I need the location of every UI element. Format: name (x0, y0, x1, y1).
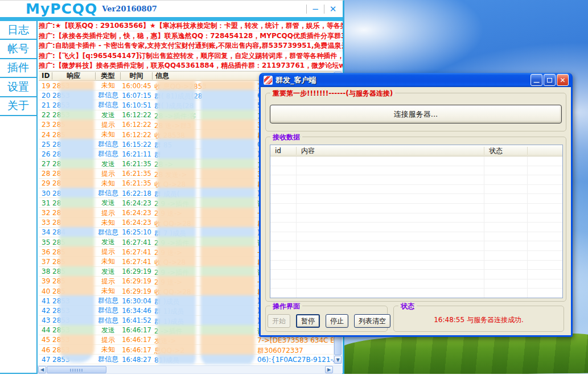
wallpaper-grass (344, 334, 588, 374)
promo-banner-list: 推广:★【联系QQ：291063566】★【寒冰科技承接定制：卡盟，转发，统计，… (39, 21, 343, 71)
promo-line: 推广:【飞火】[q:965454147]订制出售监控转发，顺序回复，自定义踢转词… (39, 51, 343, 61)
dialog-titlebar[interactable]: 群发_客户端 — ✕ (261, 73, 571, 87)
sidebar-item-日志[interactable]: 日志 (0, 21, 36, 40)
lv-empty-row (270, 289, 562, 298)
column-header-3[interactable]: 时间 (121, 72, 153, 80)
lv-column-header-1[interactable]: 内容 (297, 147, 484, 155)
minimize-icon[interactable]: − (310, 4, 320, 14)
operations-group-caption: 操作界面 (270, 302, 302, 311)
column-header-1[interactable]: 响应 (52, 72, 96, 80)
lv-empty-row (270, 279, 562, 289)
status-message: 16:48:55 与服务器连接成功. (394, 315, 564, 325)
divider (306, 5, 307, 14)
lv-empty-row (270, 166, 562, 176)
lv-empty-row (270, 251, 562, 261)
receive-listview[interactable]: id内容状态 (270, 145, 563, 298)
app-title: MyPCQQ (26, 1, 97, 17)
divider (324, 5, 324, 14)
lv-empty-row (270, 232, 562, 242)
column-header-0[interactable]: ID (39, 72, 52, 80)
scrollbar-corner (334, 366, 343, 373)
lv-column-header-3[interactable] (528, 147, 562, 155)
lv-empty-row (270, 175, 562, 185)
dialog-window: 群发_客户端 — ✕ 重要第一步!!!!!!!------(与服务器连接) 连接… (259, 73, 573, 337)
列表清空-button[interactable]: 列表清空 (354, 314, 390, 328)
horizontal-scrollbar[interactable]: ◀ ▶ (38, 365, 342, 374)
lv-empty-row (270, 261, 562, 270)
dialog-title: 群发_客户端 (276, 75, 316, 85)
dialog-maximize-button[interactable] (544, 74, 556, 86)
privacy-blur-stripe (157, 80, 196, 372)
dialog-close-button[interactable]: ✕ (557, 74, 569, 86)
scrollbar-grip (70, 369, 83, 372)
receive-data-group: 接收数据 id内容状态 (265, 137, 566, 302)
desktop: MyPCQQ Ver20160807 − ✕ 日志帐号插件设置关于 推广:★【联… (0, 0, 588, 387)
maximize-icon (547, 78, 552, 83)
privacy-blur-stripe (200, 80, 255, 368)
lv-column-header-0[interactable]: id (270, 147, 297, 155)
close-icon[interactable]: ✕ (328, 4, 338, 14)
sidebar-item-设置[interactable]: 设置 (0, 78, 36, 97)
promo-line: 推广:★【联系QQ：291063566】★【寒冰科技承接定制：卡盟，转发，统计，… (39, 21, 343, 31)
close-icon: ✕ (560, 76, 565, 84)
开始-button: 开始 (268, 314, 290, 328)
lv-empty-row (270, 223, 562, 232)
promo-line: 推广:自助提卡插件 - 卡密出售专家,支持支付宝财付通到账,不限出售内容,群53… (39, 41, 343, 51)
scroll-left-icon[interactable]: ◀ (38, 366, 46, 373)
lv-empty-row (270, 270, 562, 279)
lv-empty-row (270, 157, 562, 166)
status-group: 状态 16:48:55 与服务器连接成功. (393, 306, 564, 332)
connect-group: 重要第一步!!!!!!!------(与服务器连接) 连接服务器... (265, 93, 566, 131)
operations-group: 操作界面 开始暂停停止列表清空 (265, 306, 388, 332)
privacy-blur-stripe (59, 80, 94, 363)
暂停-button[interactable]: 暂停 (296, 314, 320, 328)
horizontal-scrollbar-thumb[interactable] (47, 366, 106, 373)
sidebar: 日志帐号插件设置关于 (0, 21, 36, 116)
lv-empty-row (270, 204, 562, 213)
lv-empty-row (270, 185, 562, 195)
receive-group-caption: 接收数据 (270, 133, 302, 142)
停止-button[interactable]: 停止 (326, 314, 348, 328)
status-group-caption: 状态 (398, 302, 417, 311)
lv-column-header-2[interactable]: 状态 (484, 147, 528, 155)
accent-bar (0, 17, 343, 21)
connect-group-caption: 重要第一步!!!!!!!------(与服务器连接) (270, 89, 395, 98)
main-titlebar: MyPCQQ Ver20160807 − ✕ (0, 1, 343, 17)
connect-server-button[interactable]: 连接服务器... (270, 105, 562, 123)
sidebar-item-关于[interactable]: 关于 (0, 97, 36, 116)
scroll-down-icon[interactable]: ▼ (334, 356, 342, 364)
sidebar-item-插件[interactable]: 插件 (0, 59, 36, 78)
lv-empty-row (270, 241, 562, 251)
receive-listview-header: id内容状态 (270, 145, 562, 157)
minimize-icon: — (533, 79, 540, 86)
column-header-2[interactable]: 类型 (96, 72, 121, 80)
dialog-minimize-button[interactable]: — (531, 74, 542, 86)
dialog-app-icon (264, 76, 273, 85)
receive-listview-body (270, 157, 562, 298)
app-version: Ver20160807 (102, 5, 157, 13)
sidebar-item-帐号[interactable]: 帐号 (0, 40, 36, 59)
dialog-body: 重要第一步!!!!!!!------(与服务器连接) 连接服务器... 接收数据… (261, 87, 571, 335)
lv-empty-row (270, 213, 562, 223)
lv-empty-row (270, 194, 562, 204)
scroll-right-icon[interactable]: ▶ (325, 366, 333, 373)
promo-line: 推广:【承接各类插件定制，快，稳，惠】联系逸然QQ：728454128，MYPC… (39, 31, 343, 42)
promo-line: 推广:【微梦科技】接各类插件定制，联系QQ45361884，精品插件群：2119… (39, 61, 343, 71)
content-divider (36, 21, 38, 373)
